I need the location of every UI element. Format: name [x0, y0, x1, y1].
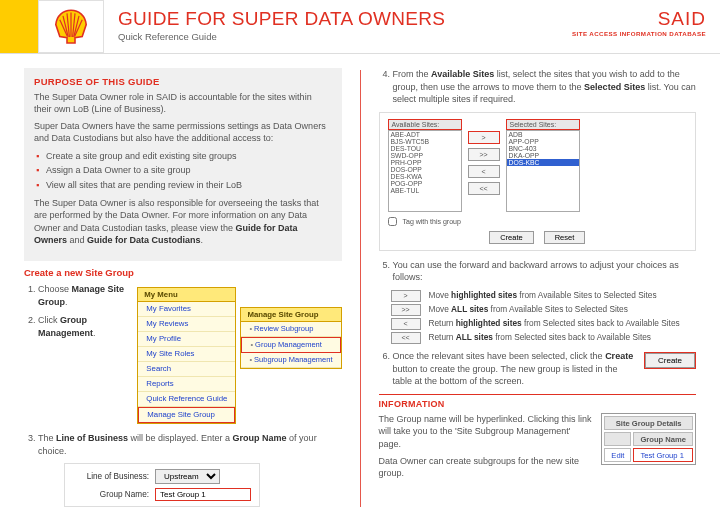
right-steps-3: Create Once the relevant sites have been… [393, 350, 697, 388]
right-steps-2: You can use the forward and backward arr… [393, 259, 697, 284]
menu-screenshots: My Menu My Favorites My Reviews My Profi… [137, 287, 341, 424]
move-left-button[interactable]: < [468, 165, 500, 178]
mg-review[interactable]: Review Subgroup [241, 322, 340, 337]
info-divider [379, 394, 697, 396]
menu-manage-site-group[interactable]: Manage Site Group [138, 407, 235, 423]
step-3: The Line of Business will be displayed. … [38, 432, 342, 457]
page-title: GUIDE FOR SUPER DATA OWNERS [118, 8, 445, 30]
sgd-edit-link[interactable]: Edit [604, 448, 631, 462]
brand-band [0, 0, 38, 53]
create-callout: Create [644, 352, 696, 369]
page-subtitle: Quick Reference Guide [118, 31, 445, 42]
bullet-2: Assign a Data Owner to a site group [36, 164, 332, 177]
selected-sites-head: Selected Sites: [506, 119, 580, 130]
create-steps: Choose Manage Site Group. Click Group Ma… [38, 283, 127, 432]
legend-allright-icon: >> [391, 304, 421, 316]
arrow-buttons: > >> < << [468, 131, 500, 195]
move-right-button[interactable]: > [468, 131, 500, 144]
move-all-right-button[interactable]: >> [468, 148, 500, 161]
legend-allright: Move ALL sites from Available Sites to S… [429, 305, 628, 315]
right-steps: From the Available Sites list, select th… [393, 68, 697, 106]
legend-right: Move highlighted sites from Available Si… [429, 291, 657, 301]
logo-tile [38, 0, 104, 53]
bullet-1: Create a site group and edit existing si… [36, 150, 332, 163]
create-button[interactable]: Create [489, 231, 534, 244]
manage-site-group-menu: Manage Site Group Review Subgroup Group … [240, 307, 341, 369]
purpose-bullets: Create a site group and edit existing si… [36, 150, 332, 192]
legend-left-icon: < [391, 318, 421, 330]
purpose-p1: The Super Data Owner role in SAID is acc… [34, 91, 332, 115]
sgd-title: Site Group Details [604, 416, 693, 430]
lob-form: Line of Business: Upstream Group Name: [64, 463, 260, 507]
purpose-box: PURPOSE OF THIS GUIDE The Super Data Own… [24, 68, 342, 261]
step-1: Choose Manage Site Group. [38, 283, 127, 308]
my-menu: My Menu My Favorites My Reviews My Profi… [137, 287, 236, 424]
mg-subgroup[interactable]: Subgroup Management [241, 353, 340, 368]
tag-checkbox[interactable] [388, 217, 397, 226]
menu-roles[interactable]: My Site Roles [138, 347, 235, 362]
sites-selector: Available Sites: ABE-ADTBJS-WTC5BDES-TOU… [379, 112, 697, 251]
mg-head: Manage Site Group [241, 308, 340, 322]
arrow-legend: >Move highlighted sites from Available S… [391, 290, 697, 344]
legend-right-icon: > [391, 290, 421, 302]
sgd-col: Group Name [633, 432, 693, 446]
purpose-p2: Super Data Owners have the same permissi… [34, 120, 332, 144]
menu-fav[interactable]: My Favorites [138, 302, 235, 317]
bullet-3: View all sites that are pending review i… [36, 179, 332, 192]
legend-left: Return highlighted sites from Selected s… [429, 319, 680, 329]
create-button-callout[interactable]: Create [645, 353, 695, 368]
move-all-left-button[interactable]: << [468, 182, 500, 195]
step-5: You can use the forward and backward arr… [393, 259, 697, 284]
reset-button[interactable]: Reset [544, 231, 586, 244]
legend-allleft-icon: << [391, 332, 421, 344]
step-6: Create Once the relevant sites have been… [393, 350, 697, 388]
lob-label: Line of Business: [73, 472, 149, 481]
step-2: Click Group Management. [38, 314, 127, 339]
menu-reports[interactable]: Reports [138, 377, 235, 392]
create-heading: Create a new Site Group [24, 267, 342, 278]
content: PURPOSE OF THIS GUIDE The Super Data Own… [0, 54, 720, 509]
column-divider [360, 70, 361, 507]
selected-sites-list[interactable]: ADBAPP-OPPBNC-403DKA-OPPDOS-KBC [506, 130, 580, 212]
step-4: From the Available Sites list, select th… [393, 68, 697, 106]
menu-reviews[interactable]: My Reviews [138, 317, 235, 332]
purpose-p3: The Super Data Owner is also responsible… [34, 197, 332, 246]
purpose-heading: PURPOSE OF THIS GUIDE [34, 76, 332, 87]
right-column: From the Available Sites list, select th… [379, 68, 697, 507]
my-menu-head: My Menu [138, 288, 235, 302]
mg-group-mgmt[interactable]: Group Management [241, 337, 340, 353]
sgd-group-link[interactable]: Test Group 1 [633, 448, 693, 462]
lob-select[interactable]: Upstream [155, 469, 220, 484]
available-sites-head: Available Sites: [388, 119, 462, 130]
said-subtitle: SITE ACCESS INFORMATION DATABASE [572, 30, 706, 37]
said-title: SAID [572, 8, 706, 30]
site-group-details-table: Site Group Details Group Name EditTest G… [601, 413, 696, 465]
groupname-input[interactable] [155, 488, 251, 501]
left-column: PURPOSE OF THIS GUIDE The Super Data Own… [24, 68, 342, 507]
header: GUIDE FOR SUPER DATA OWNERS Quick Refere… [0, 0, 720, 54]
menu-profile[interactable]: My Profile [138, 332, 235, 347]
create-steps-cont: The Line of Business will be displayed. … [38, 432, 342, 457]
tag-label: Tag with this group [403, 218, 461, 225]
groupname-label: Group Name: [73, 490, 149, 499]
available-sites-list[interactable]: ABE-ADTBJS-WTC5BDES-TOUSWD-OPPPRH-OPPDOS… [388, 130, 462, 212]
menu-qrg[interactable]: Quick Reference Guide [138, 392, 235, 407]
shell-logo-icon [51, 7, 91, 47]
menu-search[interactable]: Search [138, 362, 235, 377]
legend-allleft: Return ALL sites from Selected sites bac… [429, 333, 651, 343]
info-heading: INFORMATION [379, 399, 697, 409]
